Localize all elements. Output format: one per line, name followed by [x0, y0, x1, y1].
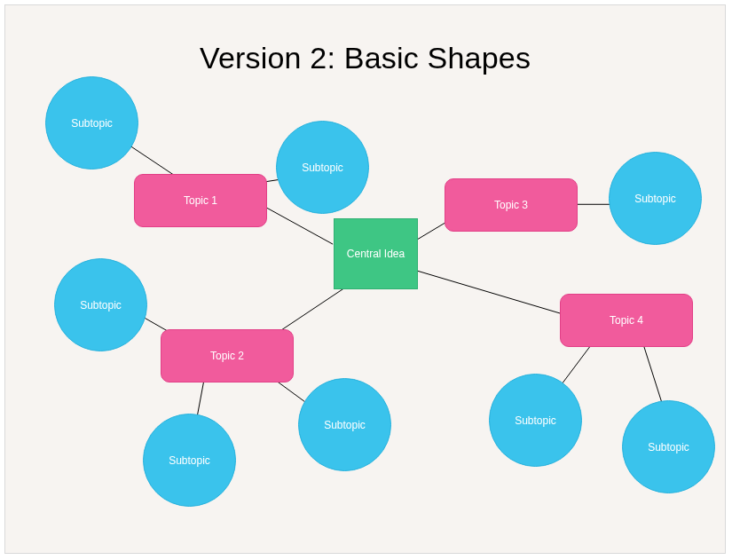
topic-label: Topic 1	[184, 194, 217, 207]
subtopic-label: Subtopic	[71, 117, 113, 130]
diagram-canvas: Version 2: Basic Shapes Central Idea	[5, 5, 725, 553]
topic-label: Topic 3	[494, 199, 528, 211]
subtopic-node[interactable]: Subtopic	[609, 152, 702, 245]
subtopic-node[interactable]: Subtopic	[298, 378, 391, 471]
subtopic-label: Subtopic	[302, 162, 343, 174]
subtopic-node[interactable]: Subtopic	[143, 414, 236, 507]
diagram-frame: Version 2: Basic Shapes Central Idea	[4, 4, 726, 554]
subtopic-node[interactable]: Subtopic	[622, 400, 715, 493]
subtopic-label: Subtopic	[515, 414, 556, 427]
svg-line-3	[417, 271, 580, 319]
subtopic-node[interactable]: Subtopic	[489, 374, 582, 467]
subtopic-node[interactable]: Subtopic	[276, 121, 369, 214]
diagram-title: Version 2: Basic Shapes	[5, 41, 725, 75]
topic-node-3[interactable]: Topic 3	[445, 178, 578, 232]
subtopic-label: Subtopic	[324, 419, 366, 431]
subtopic-label: Subtopic	[634, 193, 676, 205]
topic-node-2[interactable]: Topic 2	[161, 329, 294, 383]
subtopic-label: Subtopic	[648, 441, 689, 454]
central-idea-node[interactable]: Central Idea	[334, 218, 418, 289]
topic-node-4[interactable]: Topic 4	[560, 294, 693, 347]
topic-label: Topic 4	[610, 314, 643, 327]
subtopic-label: Subtopic	[169, 454, 210, 467]
central-idea-label: Central Idea	[347, 248, 405, 260]
topic-node-1[interactable]: Topic 1	[134, 174, 267, 227]
topic-label: Topic 2	[210, 350, 244, 362]
subtopic-node[interactable]: Subtopic	[45, 76, 138, 170]
subtopic-label: Subtopic	[80, 299, 122, 312]
subtopic-node[interactable]: Subtopic	[54, 258, 147, 351]
